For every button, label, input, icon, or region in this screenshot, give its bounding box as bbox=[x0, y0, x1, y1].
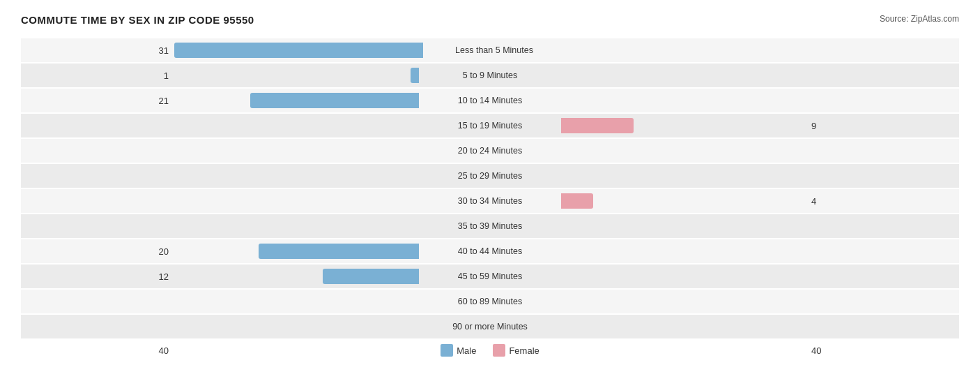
male-legend-box bbox=[441, 344, 453, 357]
bar-pair: 40 to 44 Minutes bbox=[174, 239, 806, 263]
table-row: 35 to 39 Minutes bbox=[21, 214, 959, 238]
male-value: 12 bbox=[21, 271, 174, 282]
female-legend-label: Female bbox=[509, 345, 539, 356]
male-bar bbox=[259, 244, 419, 259]
category-label: 5 to 9 Minutes bbox=[420, 70, 560, 80]
legend-male: Male bbox=[441, 344, 476, 357]
bar-pair: 10 to 14 Minutes bbox=[174, 89, 806, 112]
male-value: 31 bbox=[21, 45, 174, 56]
male-bar-side bbox=[174, 164, 420, 188]
female-bar-side bbox=[560, 164, 806, 188]
male-value: 21 bbox=[21, 96, 174, 106]
female-bar-side bbox=[560, 239, 806, 263]
chart-area: 31 Less than 5 Minutes 1 5 to 9 Minutes bbox=[21, 38, 959, 338]
male-bar bbox=[250, 93, 419, 108]
table-row: 20 40 to 44 Minutes bbox=[21, 239, 959, 263]
male-bar-side bbox=[174, 265, 420, 288]
table-row: 21 10 to 14 Minutes bbox=[21, 89, 959, 112]
bar-pair: 5 to 9 Minutes bbox=[174, 64, 806, 87]
female-bar bbox=[561, 118, 634, 133]
female-bar-side bbox=[560, 265, 806, 288]
axis-left-label: 40 bbox=[21, 345, 174, 356]
category-label: 10 to 14 Minutes bbox=[420, 96, 560, 105]
male-bar bbox=[323, 269, 419, 284]
source-label: Source: ZipAtlas.com bbox=[880, 14, 959, 24]
male-bar-side bbox=[174, 64, 420, 87]
category-label: 30 to 34 Minutes bbox=[420, 196, 560, 206]
female-value: 9 bbox=[806, 121, 959, 131]
table-row: 30 to 34 Minutes 4 bbox=[21, 189, 959, 213]
female-bar-side bbox=[560, 214, 806, 238]
female-value: 4 bbox=[806, 196, 959, 207]
female-bar-side bbox=[560, 114, 806, 137]
axis-row: 40 Male Female 40 bbox=[21, 344, 959, 357]
male-bar-side bbox=[174, 89, 420, 112]
table-row: 20 to 24 Minutes bbox=[21, 139, 959, 163]
bar-pair: 60 to 89 Minutes bbox=[174, 290, 806, 313]
bar-pair: 30 to 34 Minutes bbox=[174, 189, 806, 213]
chart-title: COMMUTE TIME BY SEX IN ZIP CODE 95550 bbox=[21, 14, 254, 26]
female-bar bbox=[561, 193, 593, 209]
male-bar bbox=[411, 68, 419, 83]
category-label: 25 to 29 Minutes bbox=[420, 171, 560, 181]
male-bar-side bbox=[174, 38, 424, 62]
male-bar-side bbox=[174, 315, 420, 338]
category-label: 40 to 44 Minutes bbox=[420, 246, 560, 256]
male-bar-side bbox=[174, 114, 420, 137]
category-label: Less than 5 Minutes bbox=[424, 45, 564, 55]
male-value: 20 bbox=[21, 246, 174, 257]
bar-pair: Less than 5 Minutes bbox=[174, 38, 806, 62]
category-label: 20 to 24 Minutes bbox=[420, 146, 560, 156]
female-bar-side bbox=[560, 315, 806, 338]
male-bar-side bbox=[174, 189, 420, 213]
bar-pair: 35 to 39 Minutes bbox=[174, 214, 806, 238]
female-legend-box bbox=[493, 344, 505, 357]
male-bar-side bbox=[174, 214, 420, 238]
category-label: 45 to 59 Minutes bbox=[420, 271, 560, 281]
female-bar-side bbox=[560, 139, 806, 163]
male-bar-side bbox=[174, 239, 420, 263]
bar-pair: 90 or more Minutes bbox=[174, 315, 806, 338]
legend-female: Female bbox=[493, 344, 539, 357]
table-row: 31 Less than 5 Minutes bbox=[21, 38, 959, 62]
table-row: 15 to 19 Minutes 9 bbox=[21, 114, 959, 137]
female-bar-side bbox=[560, 64, 806, 87]
female-bar-side bbox=[560, 89, 806, 112]
axis-right-label: 40 bbox=[806, 345, 959, 356]
bar-pair: 20 to 24 Minutes bbox=[174, 139, 806, 163]
male-bar-side bbox=[174, 290, 420, 313]
table-row: 1 5 to 9 Minutes bbox=[21, 64, 959, 87]
female-bar-side bbox=[564, 38, 806, 62]
male-legend-label: Male bbox=[457, 345, 476, 356]
table-row: 25 to 29 Minutes bbox=[21, 164, 959, 188]
male-value: 1 bbox=[21, 70, 174, 81]
category-label: 90 or more Minutes bbox=[420, 322, 560, 332]
category-label: 35 to 39 Minutes bbox=[420, 221, 560, 231]
female-bar-side bbox=[560, 189, 806, 213]
male-bar bbox=[174, 43, 423, 58]
legend: Male Female bbox=[174, 344, 806, 357]
category-label: 15 to 19 Minutes bbox=[420, 121, 560, 131]
female-bar-side bbox=[560, 290, 806, 313]
male-bar-side bbox=[174, 139, 420, 163]
category-label: 60 to 89 Minutes bbox=[420, 297, 560, 306]
table-row: 90 or more Minutes bbox=[21, 315, 959, 338]
table-row: 12 45 to 59 Minutes bbox=[21, 265, 959, 288]
bar-pair: 25 to 29 Minutes bbox=[174, 164, 806, 188]
bar-pair: 45 to 59 Minutes bbox=[174, 265, 806, 288]
bar-pair: 15 to 19 Minutes bbox=[174, 114, 806, 137]
table-row: 60 to 89 Minutes bbox=[21, 290, 959, 313]
